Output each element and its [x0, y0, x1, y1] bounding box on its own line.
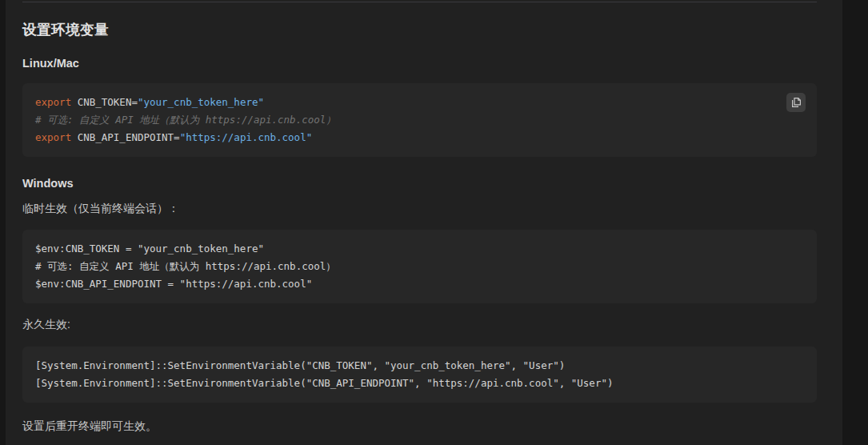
code-line: $env:CNB_API_ENDPOINT = "https://api.cnb…	[35, 275, 804, 293]
permanent-effect-label: 永久生效:	[22, 316, 817, 332]
copy-code-button[interactable]	[786, 93, 806, 112]
heading-windows: Windows	[22, 176, 817, 190]
code-line: [System.Environment]::SetEnvironmentVari…	[35, 357, 804, 375]
code-content-powershell-temp: $env:CNB_TOKEN = "your_cnb_token_here"# …	[22, 230, 817, 303]
code-line: export CNB_TOKEN="your_cnb_token_here"	[35, 94, 804, 111]
code-line: export CNB_API_ENDPOINT="https://api.cnb…	[35, 129, 804, 146]
article: 设置环境变量 Linux/Mac export CNB_TOKEN="your_…	[6, 2, 842, 434]
code-block-powershell-perm: [System.Environment]::SetEnvironmentVari…	[22, 347, 817, 403]
code-block-powershell-temp: $env:CNB_TOKEN = "your_cnb_token_here"# …	[22, 230, 817, 303]
footer-note: 设置后重开终端即可生效。	[22, 418, 817, 434]
code-block-bash: export CNB_TOKEN="your_cnb_token_here"# …	[22, 83, 817, 157]
code-line: # 可选: 自定义 API 地址（默认为 https://api.cnb.coo…	[35, 258, 804, 275]
code-line: [System.Environment]::SetEnvironmentVari…	[35, 375, 804, 392]
section-divider	[22, 2, 817, 2]
page-title: 设置环境变量	[22, 21, 817, 38]
copy-icon	[790, 97, 802, 108]
page-background: 设置环境变量 Linux/Mac export CNB_TOKEN="your_…	[0, 0, 868, 445]
code-line: $env:CNB_TOKEN = "your_cnb_token_here"	[35, 240, 804, 258]
heading-linux-mac: Linux/Mac	[22, 56, 817, 70]
document-pane: 设置环境变量 Linux/Mac export CNB_TOKEN="your_…	[6, 0, 842, 445]
temporary-effect-label: 临时生效（仅当前终端会话）：	[22, 200, 817, 216]
code-content-powershell-perm: [System.Environment]::SetEnvironmentVari…	[22, 347, 817, 403]
code-line: # 可选: 自定义 API 地址（默认为 https://api.cnb.coo…	[35, 111, 804, 129]
code-content-bash: export CNB_TOKEN="your_cnb_token_here"# …	[22, 83, 817, 157]
